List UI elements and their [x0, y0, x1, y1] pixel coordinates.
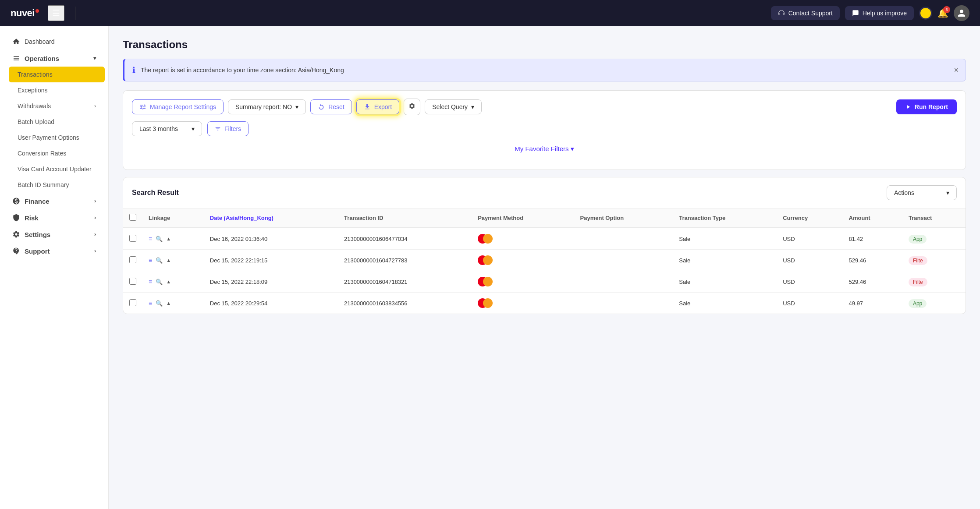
table-header-row: Linkage Date (Asia/Hong_Kong) Transactio…: [123, 209, 966, 228]
table-row: ≡ 🔍 ▲ Dec 15, 2022 22:18:09 213000000016…: [123, 271, 966, 293]
status-badge-0: App: [909, 235, 927, 244]
withdrawals-label: Withdrawals: [18, 103, 51, 110]
play-icon: [905, 104, 911, 110]
info-banner-close-button[interactable]: ×: [954, 66, 959, 75]
notifications-badge: 5: [943, 6, 950, 13]
row-search-icon-0[interactable]: 🔍: [156, 236, 163, 242]
visa-card-label: Visa Card Account Updater: [18, 166, 92, 173]
row-transaction-type-1: Sale: [673, 250, 777, 271]
sidebar-section-support[interactable]: Support ›: [4, 243, 105, 259]
summary-report-dropdown[interactable]: Summary report: NO ▾: [228, 99, 306, 114]
reset-label: Reset: [328, 103, 344, 110]
operations-chevron: ▾: [93, 55, 96, 61]
gear-button[interactable]: [404, 99, 420, 115]
avatar-button[interactable]: [954, 5, 969, 21]
brand-name: nuvei: [11, 7, 35, 19]
risk-label: Risk: [25, 214, 39, 222]
row-checkbox-3[interactable]: [123, 293, 142, 314]
topnav-right: Contact Support Help us improve 🔔 5: [771, 5, 969, 21]
row-search-icon-3[interactable]: 🔍: [156, 300, 163, 307]
status-badge-3: App: [909, 299, 927, 308]
sidebar-item-transactions[interactable]: Transactions: [9, 67, 105, 82]
sidebar-item-withdrawals[interactable]: Withdrawals ›: [9, 98, 105, 114]
table-row: ≡ 🔍 ▲ Dec 15, 2022 20:29:54 213000000016…: [123, 293, 966, 314]
linkage-icon-1[interactable]: ≡: [149, 257, 152, 264]
row-amount-0: 81.42: [843, 228, 902, 250]
sidebar-item-batch-id-summary[interactable]: Batch ID Summary: [9, 177, 105, 193]
export-button[interactable]: Export: [356, 99, 399, 114]
sidebar-section-operations[interactable]: Operations ▾: [4, 50, 105, 67]
row-checkbox-2[interactable]: [123, 271, 142, 293]
sidebar-section-finance[interactable]: Finance ›: [4, 193, 105, 209]
user-payment-options-label: User Payment Options: [18, 134, 79, 141]
sidebar-item-dashboard[interactable]: Dashboard: [4, 33, 105, 50]
run-report-button[interactable]: Run Report: [896, 99, 957, 114]
row-transaction-type-0: Sale: [673, 228, 777, 250]
row-amount-2: 529.46: [843, 271, 902, 293]
summary-report-label: Summary report: NO: [235, 103, 292, 110]
header-amount: Amount: [843, 209, 902, 228]
row-expand-icon-2[interactable]: ▲: [166, 279, 171, 284]
run-report-label: Run Report: [915, 103, 948, 110]
mastercard-logo-3: [478, 298, 568, 308]
export-label: Export: [374, 103, 392, 110]
row-search-icon-2[interactable]: 🔍: [156, 279, 163, 285]
row-currency-0: USD: [777, 228, 842, 250]
date-range-dropdown[interactable]: Last 3 months ▾: [132, 121, 202, 136]
topnav: nuvei ☰ Contact Support Help us improve …: [0, 0, 980, 26]
row-expand-icon-1[interactable]: ▲: [166, 258, 171, 263]
info-icon: ℹ: [132, 65, 135, 75]
row-date-1: Dec 15, 2022 22:19:15: [204, 250, 338, 271]
withdrawals-chevron: ›: [94, 103, 96, 109]
header-payment-method: Payment Method: [472, 209, 574, 228]
manage-report-settings-button[interactable]: Manage Report Settings: [132, 99, 224, 114]
transactions-label: Transactions: [18, 71, 53, 78]
theme-toggle[interactable]: [919, 7, 932, 20]
row-expand-icon-3[interactable]: ▲: [166, 300, 171, 306]
header-date: Date (Asia/Hong_Kong): [204, 209, 338, 228]
sidebar-section-risk[interactable]: Risk ›: [4, 209, 105, 226]
mc-circle-orange-3: [483, 298, 493, 308]
sidebar-operations-sub: Transactions Exceptions Withdrawals › Ba…: [0, 67, 108, 193]
favorite-filters-link[interactable]: My Favorite Filters ▾: [515, 145, 574, 152]
row-amount-1: 529.46: [843, 250, 902, 271]
date-range-chevron: ▾: [192, 125, 195, 132]
sidebar-item-user-payment-options[interactable]: User Payment Options: [9, 130, 105, 145]
sidebar-section-settings[interactable]: Settings ›: [4, 226, 105, 243]
actions-dropdown[interactable]: Actions ▾: [887, 185, 957, 200]
hamburger-menu[interactable]: ☰: [48, 5, 64, 21]
operations-icon: [12, 54, 20, 62]
linkage-icon-0[interactable]: ≡: [149, 235, 152, 242]
sidebar-item-conversion-rates[interactable]: Conversion Rates: [9, 145, 105, 161]
sidebar-item-visa-card-account-updater[interactable]: Visa Card Account Updater: [9, 161, 105, 177]
sidebar-item-batch-upload[interactable]: Batch Upload: [9, 114, 105, 130]
home-icon: [12, 38, 20, 46]
linkage-icon-2[interactable]: ≡: [149, 278, 152, 285]
row-checkbox-0[interactable]: [123, 228, 142, 250]
batch-upload-label: Batch Upload: [18, 118, 54, 125]
results-header: Search Result Actions ▾: [123, 177, 966, 209]
mc-circle-orange-0: [483, 234, 493, 244]
header-select-all[interactable]: [123, 209, 142, 228]
user-icon: [957, 9, 966, 18]
row-search-icon-1[interactable]: 🔍: [156, 257, 163, 264]
reset-button[interactable]: Reset: [310, 99, 352, 114]
sidebar: Dashboard Operations ▾ Transactions Exce…: [0, 26, 109, 509]
linkage-icon-3[interactable]: ≡: [149, 300, 152, 307]
notifications-button[interactable]: 🔔 5: [937, 8, 948, 18]
select-query-dropdown[interactable]: Select Query ▾: [425, 99, 482, 114]
filter-icon: [215, 126, 221, 132]
contact-support-button[interactable]: Contact Support: [771, 6, 840, 20]
settings-label: Settings: [25, 231, 50, 238]
help-improve-button[interactable]: Help us improve: [845, 6, 914, 20]
status-badge-2: Filte: [909, 278, 927, 286]
row-payment-option-3: [574, 293, 673, 314]
manage-report-settings-label: Manage Report Settings: [150, 103, 216, 110]
select-query-chevron: ▾: [471, 103, 474, 110]
header-transaction-type: Transaction Type: [673, 209, 777, 228]
row-expand-icon-0[interactable]: ▲: [166, 236, 171, 241]
filters-button[interactable]: Filters: [207, 121, 249, 136]
row-checkbox-1[interactable]: [123, 250, 142, 271]
nav-divider: [75, 7, 75, 20]
sidebar-item-exceptions[interactable]: Exceptions: [9, 82, 105, 98]
